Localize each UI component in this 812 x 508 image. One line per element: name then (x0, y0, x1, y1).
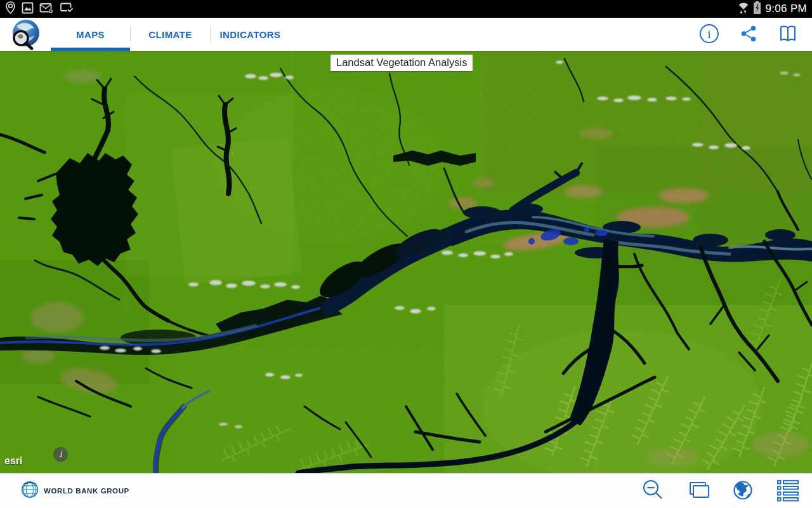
wifi-icon (737, 1, 750, 17)
gallery-icon (22, 2, 34, 17)
globe-icon (731, 479, 754, 504)
share-icon (739, 24, 758, 45)
active-tab-indicator (51, 48, 130, 51)
tab-maps-label: MAPS (76, 29, 105, 40)
zoom-out-button[interactable] (640, 478, 665, 504)
battery-charging-icon (753, 1, 761, 17)
map-canvas[interactable]: Landsat Vegetation Analysis esri i (0, 51, 812, 473)
app-logo[interactable] (0, 18, 51, 51)
globe-button[interactable] (730, 478, 756, 504)
bottom-toolbar: WORLD BANK GROUP (0, 473, 812, 508)
location-icon (5, 1, 16, 17)
tab-strip: MAPS CLIMATE INDICATORS (51, 18, 290, 51)
world-bank-brand: WORLD BANK GROUP (21, 481, 129, 501)
status-system-icons: 9:06 PM (737, 0, 807, 18)
legend-icon (776, 479, 800, 504)
screen-share-icon (60, 2, 73, 16)
map-tools (640, 478, 802, 504)
world-bank-label: WORLD BANK GROUP (44, 487, 129, 495)
basemaps-icon (686, 479, 710, 503)
tab-indicators[interactable]: INDICATORS (211, 18, 290, 51)
book-icon (778, 24, 798, 45)
info-button[interactable]: i (697, 22, 722, 47)
basemaps-button[interactable] (685, 478, 710, 504)
android-status-bar: 9:06 PM (0, 0, 812, 18)
app-screen: 9:06 PM MAPS (0, 0, 812, 508)
tab-indicators-label: INDICATORS (220, 29, 281, 40)
info-glyph: i (59, 449, 62, 459)
map-info-button[interactable]: i (53, 447, 68, 462)
status-clock: 9:06 PM (764, 3, 807, 15)
map-title-overlay: Landsat Vegetation Analysis (331, 55, 473, 71)
esri-attribution: esri (4, 455, 22, 467)
info-icon: i (699, 23, 719, 46)
zoom-out-icon (641, 479, 664, 504)
toolbar-actions: i (697, 18, 812, 51)
tab-climate[interactable]: CLIMATE (131, 18, 210, 51)
svg-text:i: i (707, 28, 711, 41)
email-icon (39, 2, 54, 17)
tab-climate-label: CLIMATE (148, 29, 192, 40)
app-toolbar: MAPS CLIMATE INDICATORS i (0, 18, 812, 51)
tab-maps[interactable]: MAPS (51, 18, 130, 51)
guide-button[interactable] (775, 22, 801, 47)
satellite-imagery (0, 51, 812, 473)
world-bank-globe-icon (21, 481, 39, 501)
legend-button[interactable] (775, 478, 801, 504)
share-button[interactable] (736, 22, 761, 47)
status-notification-icons (5, 0, 73, 18)
